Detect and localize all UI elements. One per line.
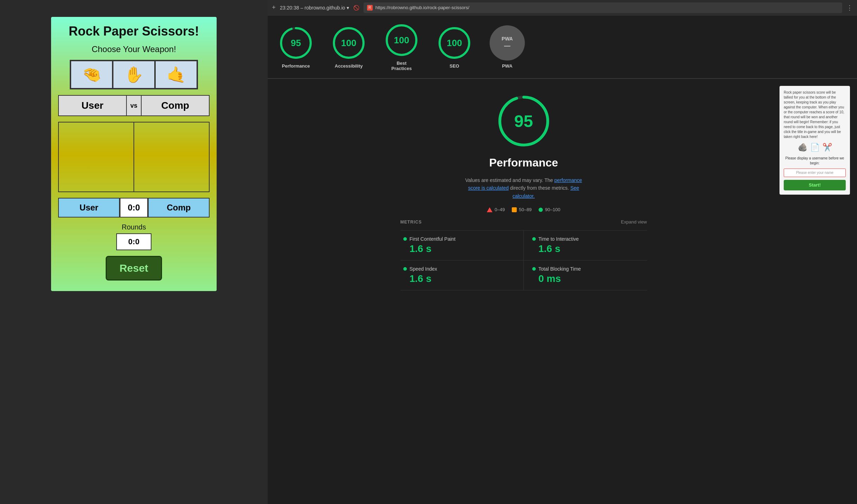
score-row: User 0:0 Comp [58,198,210,218]
tti-name: Time to Interactive [539,236,579,242]
metric-si: Speed Index 1.6 s [400,260,524,290]
rock-button[interactable]: 🤏 [70,61,113,89]
tbt-value: 0 ms [539,273,644,284]
screenshot-card: Rock paper scissors score will be tallie… [780,86,850,195]
seo-score: 100 SEO [437,25,472,69]
tbt-name: Total Blocking Time [539,266,581,272]
new-tab-button[interactable]: + [272,4,276,11]
accessibility-score: 100 Accessibility [331,25,366,69]
scissors-icon: ✂️ [822,142,832,153]
pwa-score-label: PWA [502,63,513,69]
metric-tti: Time to Interactive 1.6 s [524,231,647,260]
result-comp [134,122,209,191]
main-content: 95 Performance Values are estimated and … [268,79,857,504]
screenshot-start-button: Start! [784,180,846,190]
rounds-label: Rounds [122,223,146,231]
scores-bar: 95 Performance 100 Accessibility 100 [268,15,857,78]
result-user [59,122,134,191]
metrics-grid: First Contentful Paint 1.6 s Time to Int… [400,230,647,290]
screenshot-icons: 🪨 📄 ✂️ [784,142,846,153]
vs-row: User vs Comp [58,95,210,116]
best-practices-label: BestPractices [391,61,412,71]
weapon-buttons: 🤏 ✋ 🤙 [70,60,198,89]
seo-label: SEO [449,63,459,69]
browser-time: 23:20:38 – robrowno.github.io ▾ [280,5,349,11]
game-container: Rock Paper Scissors! Choose Your Weapon!… [51,17,217,291]
paper-icon: 📄 [810,142,820,153]
performance-label: Performance [282,63,310,69]
expand-view-button[interactable]: Expand view [621,219,647,225]
metric-fcp: First Contentful Paint 1.6 s [400,231,524,260]
rounds-section: Rounds 0:0 [116,223,151,250]
vs-separator: vs [126,96,142,115]
pwa-label: PWA [502,36,513,42]
fcp-value: 1.6 s [410,243,515,254]
big-performance-score: 95 [496,93,552,149]
accessibility-label: Accessibility [335,63,363,69]
user-label: User [59,96,126,115]
performance-score: 95 Performance [278,25,313,69]
left-panel: Rock Paper Scissors! Choose Your Weapon!… [0,0,268,504]
url-bar[interactable]: R https://robrowno.github.io/rock-paper-… [364,2,842,13]
right-panel: + 23:20:38 – robrowno.github.io ▾ 🚫 R ht… [268,0,857,504]
url-text: https://robrowno.github.io/rock-paper-sc… [375,5,470,10]
si-name: Speed Index [410,266,437,272]
metrics-title: METRICS [400,220,422,225]
pwa-score: PWA — PWA [490,25,525,69]
scissors-button[interactable]: 🤙 [155,61,197,89]
lighthouse-details: 95 Performance Values are estimated and … [268,79,780,504]
game-title: Rock Paper Scissors! [69,24,199,39]
rounds-display: 0:0 [116,233,151,250]
average-icon [512,207,517,212]
legend-pass: 90–100 [539,207,560,212]
pass-icon [539,208,543,212]
metrics-header: METRICS Expand view [400,219,647,225]
result-area [58,122,210,192]
page-screenshot: Rock paper scissors score will be tallie… [780,86,850,504]
score-display: 0:0 [120,198,148,218]
metric-tbt: Total Blocking Time 0 ms [524,260,647,290]
metrics-section: METRICS Expand view First Contentful Pai… [400,219,647,290]
performance-description: Values are estimated and may vary. The p… [464,176,584,200]
rock-icon: 🪨 [798,142,807,153]
paper-button[interactable]: ✋ [113,61,155,89]
score-legend: 0–49 50–89 90–100 [487,207,560,212]
big-score-number: 95 [514,112,533,131]
legend-average: 50–89 [512,207,532,212]
more-options-button[interactable]: ⋮ [846,4,853,12]
browser-bar: + 23:20:38 – robrowno.github.io ▾ 🚫 R ht… [268,0,857,15]
score-user-label: User [58,198,120,218]
score-comp-label: Comp [148,198,210,218]
tti-value: 1.6 s [539,243,644,254]
legend-fail: 0–49 [487,207,505,212]
screenshot-name-input: Please enter your name [784,169,846,177]
screenshot-prompt: Please display a username before we begi… [784,156,846,166]
best-practices-score: 100 BestPractices [384,23,419,71]
si-status-dot [403,267,407,271]
si-value: 1.6 s [410,273,515,284]
screenshot-text: Rock paper scissors score will be tallie… [784,90,846,139]
big-score-title: Performance [489,156,558,169]
fcp-status-dot [403,237,407,241]
stop-icon: 🚫 [353,5,359,11]
tbt-status-dot [532,267,536,271]
favicon: R [367,5,373,11]
reset-button[interactable]: Reset [106,256,162,281]
choose-label: Choose Your Weapon! [92,44,176,54]
comp-label: Comp [142,96,209,115]
tti-status-dot [532,237,536,241]
fcp-name: First Contentful Paint [410,236,456,242]
fail-icon [487,207,492,212]
